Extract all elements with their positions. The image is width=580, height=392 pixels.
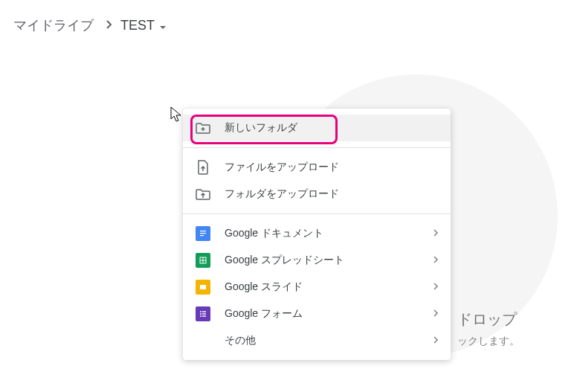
menu-upload-folder[interactable]: フォルダをアップロード (183, 181, 451, 208)
chevron-right-icon (433, 254, 439, 266)
google-docs-icon (195, 225, 211, 242)
breadcrumb: マイドライブ TEST (0, 0, 580, 51)
new-folder-icon (195, 120, 211, 136)
chevron-right-icon (106, 18, 113, 33)
menu-google-forms[interactable]: Google フォーム (183, 301, 451, 327)
empty-state-drop-text: ドロップ (457, 309, 517, 330)
menu-google-slides[interactable]: Google スライド (183, 274, 451, 301)
google-slides-icon (195, 279, 211, 295)
blank-icon (195, 332, 211, 349)
svg-rect-6 (200, 285, 206, 289)
context-menu: 新しいフォルダ ファイルをアップロード フォルダをアップロード Google ド… (183, 109, 451, 360)
svg-rect-12 (202, 315, 206, 316)
chevron-right-icon (433, 281, 439, 293)
breadcrumb-root[interactable]: マイドライブ (9, 13, 98, 37)
svg-rect-10 (202, 313, 206, 314)
svg-rect-1 (200, 233, 206, 234)
chevron-right-icon (433, 228, 439, 240)
menu-other[interactable]: その他 (183, 327, 451, 354)
menu-google-slides-label: Google スライド (225, 280, 433, 294)
menu-divider (183, 147, 451, 148)
upload-folder-icon (195, 186, 211, 202)
empty-state-click-text: ックします。 (457, 335, 520, 348)
menu-divider (183, 213, 451, 214)
svg-rect-8 (202, 311, 206, 312)
menu-google-sheets[interactable]: Google スプレッドシート (183, 247, 451, 274)
upload-file-icon (195, 159, 211, 176)
breadcrumb-current-label: TEST (120, 18, 155, 33)
svg-point-11 (200, 315, 202, 317)
menu-upload-folder-label: フォルダをアップロード (225, 187, 439, 201)
menu-google-forms-label: Google フォーム (225, 307, 433, 321)
svg-point-7 (200, 311, 202, 312)
caret-down-icon (159, 18, 167, 33)
svg-point-9 (200, 313, 202, 315)
svg-rect-2 (200, 235, 204, 236)
cursor-icon (170, 106, 182, 126)
menu-upload-file-label: ファイルをアップロード (225, 161, 439, 174)
menu-google-sheets-label: Google スプレッドシート (225, 254, 433, 267)
google-sheets-icon (195, 252, 211, 269)
google-forms-icon (195, 306, 211, 322)
breadcrumb-current[interactable]: TEST (120, 18, 167, 33)
menu-new-folder[interactable]: 新しいフォルダ (183, 115, 451, 141)
chevron-right-icon (433, 335, 439, 347)
menu-new-folder-label: 新しいフォルダ (225, 121, 439, 135)
menu-google-docs[interactable]: Google ドキュメント (183, 220, 451, 247)
menu-upload-file[interactable]: ファイルをアップロード (183, 154, 451, 181)
menu-other-label: その他 (225, 334, 433, 347)
svg-rect-0 (200, 231, 206, 231)
chevron-right-icon (433, 308, 439, 320)
menu-google-docs-label: Google ドキュメント (225, 227, 433, 240)
